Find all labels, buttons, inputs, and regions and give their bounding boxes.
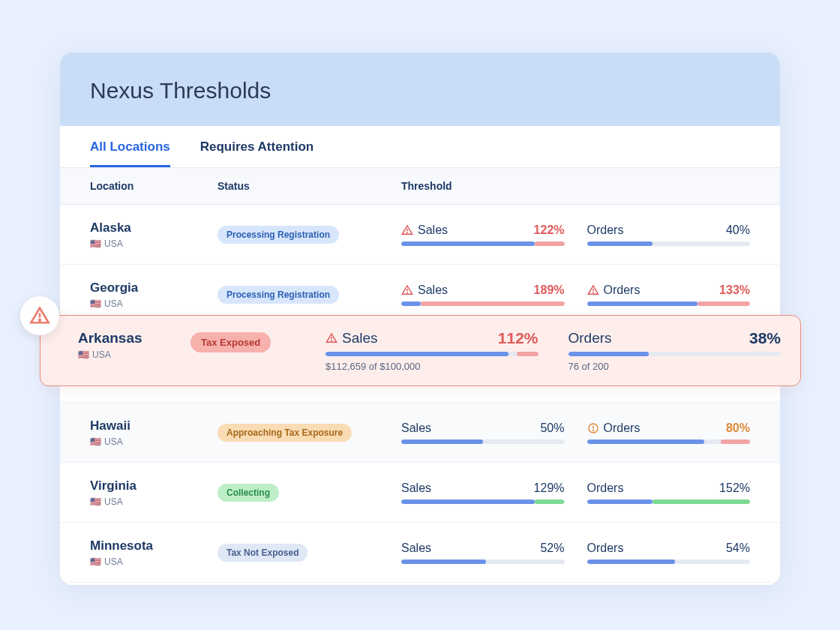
table-row[interactable]: Washington🇺🇸USASalesOrders (60, 583, 780, 585)
warning-circle-icon (587, 422, 599, 434)
table-row[interactable]: Minnesota🇺🇸USATax Not ExposedSales52%Ord… (60, 523, 780, 583)
threshold-orders: Orders 38% 76 of 200 (568, 329, 782, 372)
status-badge: Collecting (218, 484, 279, 502)
orders-bar (587, 500, 751, 504)
tabs: All Locations Requires Attention (60, 126, 780, 168)
col-header-status: Status (218, 180, 401, 192)
location-country: 🇺🇸USA (90, 298, 218, 309)
page-title: Nexus Thresholds (90, 78, 750, 104)
card-header: Nexus Thresholds (60, 52, 780, 126)
flag-icon: 🇺🇸 (90, 496, 101, 507)
warning-icon (401, 224, 413, 236)
alert-badge-icon (20, 296, 59, 335)
sales-bar (401, 242, 565, 246)
sales-bar (401, 440, 565, 444)
threshold-orders: Orders80% (587, 422, 751, 444)
threshold-sales: Sales122% (401, 224, 565, 246)
location-country: 🇺🇸 USA (78, 350, 190, 360)
highlighted-row-arkansas[interactable]: Arkansas 🇺🇸 USA Tax Exposed Sales 112% (40, 315, 801, 386)
orders-percent: 133% (719, 284, 750, 297)
location-country: 🇺🇸USA (90, 496, 218, 507)
orders-bar (587, 302, 751, 306)
orders-percent: 54% (726, 542, 750, 555)
location-country: 🇺🇸USA (90, 436, 218, 447)
tab-requires-attention[interactable]: Requires Attention (200, 126, 314, 167)
sales-percent: 129% (534, 482, 565, 495)
table-row[interactable]: Alaska🇺🇸USAProcessing RegistrationSales1… (60, 205, 780, 265)
flag-icon: 🇺🇸 (90, 238, 101, 249)
sales-bar (401, 500, 565, 504)
threshold-sales: Sales52% (401, 542, 565, 564)
threshold-sales: Sales189% (401, 284, 565, 306)
location-country: 🇺🇸USA (90, 556, 218, 567)
sales-percent: 50% (540, 422, 564, 435)
threshold-orders: Orders133% (587, 284, 751, 306)
warning-icon (326, 332, 338, 344)
orders-bar (587, 242, 751, 246)
svg-point-3 (407, 292, 408, 292)
sales-percent: 189% (534, 284, 565, 297)
status-badge: Approaching Tax Exposure (218, 424, 352, 442)
flag-icon: 🇺🇸 (90, 556, 101, 567)
svg-point-8 (592, 430, 593, 430)
orders-detail: 76 of 200 (568, 361, 782, 372)
threshold-orders: Orders54% (587, 542, 751, 564)
threshold-sales: Sales50% (401, 422, 565, 444)
orders-percent: 40% (726, 224, 750, 237)
orders-bar (568, 352, 782, 356)
warning-icon (401, 284, 413, 296)
svg-point-5 (592, 292, 593, 292)
sales-detail: $112,659 of $100,000 (326, 361, 538, 372)
sales-bar (401, 302, 565, 306)
status-badge: Tax Not Exposed (218, 544, 308, 562)
location-country: 🇺🇸USA (90, 238, 218, 249)
orders-percent: 152% (719, 482, 750, 495)
orders-percent: 38% (749, 329, 781, 347)
orders-bar (587, 560, 751, 564)
location-name: Alaska (90, 220, 218, 236)
table-row[interactable]: Hawaii🇺🇸USAApproaching Tax ExposureSales… (60, 403, 780, 463)
tab-all-locations[interactable]: All Locations (90, 126, 170, 167)
warning-icon (587, 284, 599, 296)
location-name: Georgia (90, 280, 218, 296)
svg-point-1 (407, 232, 408, 232)
status-badge: Tax Exposed (190, 332, 271, 352)
location-name: Minnesota (90, 538, 218, 554)
threshold-orders: Orders40% (587, 224, 751, 246)
sales-percent: 112% (498, 329, 538, 347)
sales-percent: 52% (540, 542, 564, 555)
svg-point-10 (332, 340, 332, 341)
threshold-sales: Sales 112% $112,659 of $100,000 (326, 329, 538, 372)
orders-bar (587, 440, 751, 444)
flag-icon: 🇺🇸 (90, 436, 101, 447)
location-name: Hawaii (90, 418, 218, 434)
sales-bar (326, 352, 538, 356)
sales-percent: 122% (534, 224, 565, 237)
sales-bar (401, 560, 565, 564)
orders-percent: 80% (726, 422, 750, 435)
threshold-sales: Sales129% (401, 482, 565, 504)
location-name: Arkansas (78, 329, 190, 348)
threshold-orders: Orders152% (587, 482, 751, 504)
status-badge: Processing Registration (218, 226, 339, 244)
svg-point-12 (39, 320, 40, 321)
location-name: Virginia (90, 478, 218, 494)
flag-icon: 🇺🇸 (78, 350, 89, 360)
table-body: Alaska🇺🇸USAProcessing RegistrationSales1… (60, 205, 780, 585)
col-header-location: Location (90, 180, 218, 192)
col-header-threshold: Threshold (401, 180, 750, 192)
flag-icon: 🇺🇸 (90, 298, 101, 309)
column-headers: Location Status Threshold (60, 168, 780, 205)
status-badge: Processing Registration (218, 286, 339, 304)
table-row[interactable]: Virginia🇺🇸USACollectingSales129%Orders15… (60, 463, 780, 523)
